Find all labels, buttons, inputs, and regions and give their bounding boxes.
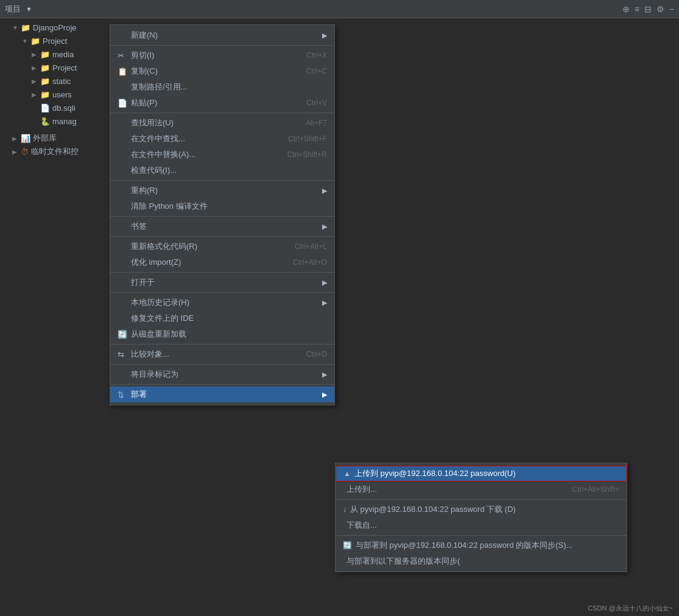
deploy-arrow-icon: ▶	[322, 391, 327, 399]
menu-item-repairfile[interactable]: 修复文件上的 IDE	[110, 310, 334, 326]
menu-separator-6	[110, 272, 334, 273]
menu-item-refactor[interactable]: 重构(R) ▶	[110, 183, 334, 198]
tree-item-users[interactable]: ▶ 📁 users	[0, 88, 110, 101]
menu-item-openin[interactable]: 打开于 ▶	[110, 275, 334, 290]
toolbar-icon-target[interactable]: ⊕	[622, 4, 630, 14]
menu-separator-3	[110, 180, 334, 181]
tree-item-media[interactable]: ▶ 📁 media	[0, 47, 110, 61]
folder-icon-projectinner: 📁	[40, 63, 50, 72]
toolbar-icon-settings[interactable]: ⚙	[656, 4, 664, 14]
tree-item-project[interactable]: ▼ 📁 Project	[0, 34, 110, 47]
tree-item-dbsqlite[interactable]: ▶ 📄 db.sqli	[0, 101, 110, 114]
menu-item-reformat[interactable]: 重新格式化代码(R) Ctrl+Alt+L	[110, 239, 334, 254]
tree-item-projectinner[interactable]: ▶ 📁 Project	[0, 61, 110, 74]
toolbar-title: 项目	[5, 4, 21, 15]
menu-item-paste[interactable]: 📄 粘贴(P) Ctrl+V	[110, 95, 334, 111]
menu-label-bookmark: 书签	[131, 221, 317, 232]
folder-icon-media: 📁	[40, 50, 50, 59]
new-arrow-icon: ▶	[322, 32, 327, 40]
tree-arrow-media: ▶	[32, 51, 39, 58]
replaceinfile-shortcut: Ctrl+Shift+R	[287, 150, 327, 159]
optimizeimport-shortcut: Ctrl+Alt+O	[293, 258, 327, 267]
tree-label-external: 外部库	[33, 133, 57, 144]
submenu-label-sync-specific: 与部署到 pyvip@192.168.0.104:22 password 的版本…	[356, 540, 619, 551]
tree-item-static[interactable]: ▶ 📁 static	[0, 74, 110, 88]
folder-icon-static: 📁	[40, 77, 50, 86]
localhistory-arrow-icon: ▶	[322, 299, 327, 307]
submenu-label-upload-specific: 上传到 pyvip@192.168.0.104:22 password(U)	[354, 468, 619, 479]
findusage-shortcut: Alt+F7	[306, 119, 327, 127]
menu-item-deploy[interactable]: ⇅ 部署 ▶	[110, 387, 334, 402]
menu-label-findinfile: 在文件中查找...	[131, 133, 288, 144]
menu-label-new: 新建(N)	[131, 30, 317, 41]
submenu-item-upload-specific[interactable]: ▲ 上传到 pyvip@192.168.0.104:22 password(U)	[336, 466, 627, 481]
menu-item-findusage[interactable]: 查找用法(U) Alt+F7	[110, 115, 334, 131]
menu-separator-4	[110, 216, 334, 217]
folder-icon-djangoproj: 📁	[21, 23, 30, 32]
menu-item-copypath[interactable]: 复制路径/引用...	[110, 79, 334, 95]
download-specific-icon: ↓	[343, 505, 347, 514]
submenu-item-downloadfrom[interactable]: 下载自...	[336, 517, 627, 533]
tree-arrow-tempfiles: ▶	[12, 149, 19, 155]
menu-item-cut[interactable]: ✂ 剪切(I) Ctrl+X	[110, 47, 334, 63]
toolbar-icon-minimize[interactable]: −	[669, 4, 674, 14]
tree-label-dbsqlite: db.sqli	[52, 103, 76, 113]
menu-label-copypath: 复制路径/引用...	[131, 82, 327, 93]
sync-specific-icon: 🔄	[343, 541, 352, 550]
tree-label-projectinner: Project	[52, 63, 77, 72]
tree-arrow-users: ▶	[32, 91, 39, 98]
context-menu: 新建(N) ▶ ✂ 剪切(I) Ctrl+X 📋 复制(C) Ctrl+C 复制…	[110, 24, 335, 405]
tree-item-tempfiles[interactable]: ▶ ⏱ 临时文件和控	[0, 145, 110, 158]
submenu-item-sync-servers[interactable]: 与部署到以下服务器的版本同步(	[336, 553, 627, 569]
bookmark-arrow-icon: ▶	[322, 223, 327, 231]
openin-arrow-icon: ▶	[322, 279, 327, 287]
menu-label-reloadfromdisk: 从磁盘重新加载	[131, 329, 327, 340]
tree-arrow-static: ▶	[32, 78, 39, 85]
menu-item-findinfile[interactable]: 在文件中查找... Ctrl+Shift+F	[110, 131, 334, 147]
tree-label-manage: manag	[52, 117, 77, 126]
toolbar-icon-list[interactable]: ≡	[635, 4, 639, 14]
menu-item-bookmark[interactable]: 书签 ▶	[110, 219, 334, 234]
submenu-label-download-specific: 从 pyvip@192.168.0.104:22 password 下载 (D)	[350, 504, 619, 515]
tree-label-tempfiles: 临时文件和控	[31, 146, 79, 157]
icon-tempfiles: ⏱	[21, 147, 29, 156]
upload-specific-icon: ▲	[343, 469, 351, 478]
menu-label-paste: 粘贴(P)	[131, 97, 306, 108]
tree-item-external[interactable]: ▶ 📊 外部库	[0, 131, 110, 145]
watermark: CSDN @永远十八的小仙女~	[588, 604, 673, 613]
folder-icon-users: 📁	[40, 90, 50, 99]
toolbar-icon-collapse[interactable]: ⊟	[644, 4, 652, 14]
menu-item-inspect[interactable]: 检查代码(I)...	[110, 163, 334, 178]
menu-item-cleanpython[interactable]: 清除 Python 编译文件	[110, 198, 334, 214]
menu-separator-7	[110, 292, 334, 293]
toolbar-icons: ⊕ ≡ ⊟ ⚙ −	[622, 4, 674, 14]
cut-icon: ✂	[118, 51, 128, 60]
menu-item-markdiras[interactable]: 将目录标记为 ▶	[110, 366, 334, 382]
menu-label-copy: 复制(C)	[131, 66, 306, 77]
menu-item-replaceinfile[interactable]: 在文件中替换(A)... Ctrl+Shift+R	[110, 147, 334, 163]
paste-icon: 📄	[118, 99, 128, 108]
reloadfromdisk-icon: 🔄	[118, 330, 128, 339]
menu-item-optimizeimport[interactable]: 优化 import(Z) Ctrl+Alt+O	[110, 254, 334, 270]
menu-label-cut: 剪切(I)	[131, 50, 306, 61]
menu-item-compare[interactable]: ⇆ 比较对象... Ctrl+D	[110, 346, 334, 362]
toolbar-dropdown-icon[interactable]: ▼	[26, 5, 32, 13]
tree-item-djangoproj[interactable]: ▼ 📁 DjangoProje	[0, 21, 110, 34]
menu-item-localhistory[interactable]: 本地历史记录(H) ▶	[110, 295, 334, 310]
menu-separator-2	[110, 113, 334, 113]
tree-label-djangoproj: DjangoProje	[33, 23, 77, 32]
menu-item-new[interactable]: 新建(N) ▶	[110, 27, 334, 43]
tree-arrow-external: ▶	[12, 135, 19, 142]
tree-arrow-djangoproj: ▼	[12, 24, 19, 31]
menu-item-copy[interactable]: 📋 复制(C) Ctrl+C	[110, 63, 334, 79]
submenu-item-sync-specific[interactable]: 🔄 与部署到 pyvip@192.168.0.104:22 password 的…	[336, 537, 627, 553]
submenu-item-download-specific[interactable]: ↓ 从 pyvip@192.168.0.104:22 password 下载 (…	[336, 502, 627, 517]
markdiras-arrow-icon: ▶	[322, 371, 327, 379]
submenu-label-uploadto: 上传到...	[347, 484, 572, 495]
compare-icon: ⇆	[118, 350, 128, 359]
menu-item-reloadfromdisk[interactable]: 🔄 从磁盘重新加载	[110, 326, 334, 342]
submenu-item-uploadto[interactable]: 上传到... Ctrl+Alt+Shift+	[336, 481, 627, 497]
tree-item-manage[interactable]: ▶ 🐍 manag	[0, 114, 110, 128]
submenu-separator-1	[336, 499, 627, 500]
menu-label-openin: 打开于	[131, 277, 317, 288]
